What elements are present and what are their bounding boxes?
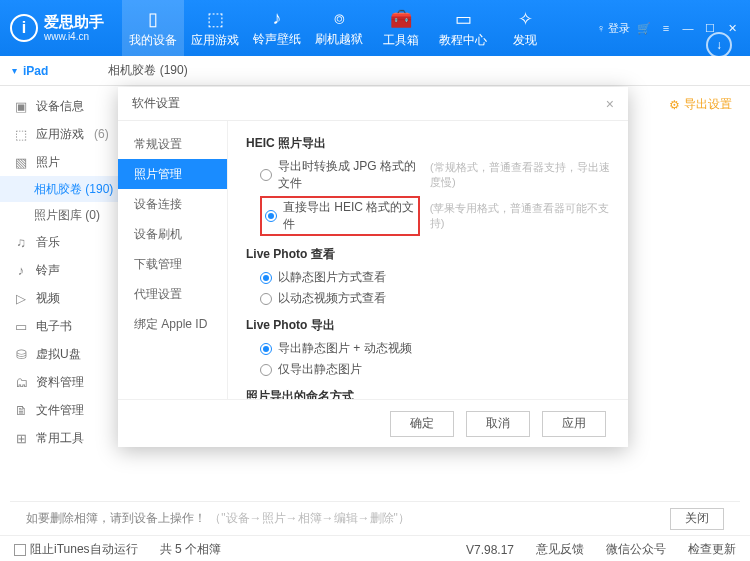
tab-label: 铃声壁纸 — [253, 31, 301, 48]
export-settings-link[interactable]: ⚙ 导出设置 — [669, 96, 732, 113]
option-hint: (苹果专用格式，普通查看器可能不支持) — [430, 201, 610, 231]
radio-icon — [260, 272, 272, 284]
sidebar-label: 资料管理 — [36, 374, 84, 391]
dialog-side-item-0[interactable]: 常规设置 — [118, 129, 227, 159]
hint-path: （"设备→照片→相簿→编辑→删除"） — [209, 511, 410, 525]
sidebar-icon: ▣ — [14, 99, 28, 114]
menu-icon[interactable]: ≡ — [658, 22, 674, 34]
sidebar-icon: ⛁ — [14, 347, 28, 362]
brand-url: www.i4.cn — [44, 31, 104, 42]
device-name[interactable]: iPad — [23, 64, 48, 78]
dialog-side-item-5[interactable]: 代理设置 — [118, 279, 227, 309]
top-tab-0[interactable]: ▯我的设备 — [122, 0, 184, 56]
top-tab-6[interactable]: ✧发现 — [494, 0, 556, 56]
apply-button[interactable]: 应用 — [542, 411, 606, 437]
tab-label: 应用游戏 — [191, 32, 239, 49]
dialog-content: HEIC 照片导出导出时转换成 JPG 格式的文件(常规格式，普通查看器支持，导… — [228, 121, 628, 399]
radio-option[interactable]: 导出时转换成 JPG 格式的文件(常规格式，普通查看器支持，导出速度慢) — [260, 158, 610, 192]
sidebar-icon: ▷ — [14, 291, 28, 306]
sidebar-label: 设备信息 — [36, 98, 84, 115]
breadcrumb: 相机胶卷 (190) — [108, 62, 187, 79]
login-link[interactable]: ♀ 登录 — [597, 21, 630, 36]
minimize-icon[interactable]: — — [680, 22, 696, 34]
sidebar-icon: ▧ — [14, 155, 28, 170]
version-label: V7.98.17 — [466, 543, 514, 557]
tab-icon: ▯ — [148, 8, 158, 30]
gear-icon: ⚙ — [669, 98, 680, 112]
dialog-side-item-2[interactable]: 设备连接 — [118, 189, 227, 219]
sidebar-icon: ♪ — [14, 263, 28, 278]
sub-header: ▾ iPad 相机胶卷 (190) — [0, 56, 750, 86]
top-nav: ▯我的设备⬚应用游戏♪铃声壁纸⌾刷机越狱🧰工具箱▭教程中心✧发现 — [122, 0, 556, 56]
sidebar-label: 音乐 — [36, 234, 60, 251]
radio-option[interactable]: 以动态视频方式查看 — [260, 290, 610, 307]
sidebar-icon: ⊞ — [14, 431, 28, 446]
option-label: 导出静态图片 + 动态视频 — [278, 340, 412, 357]
hint-close-button[interactable]: 关闭 — [670, 508, 724, 530]
dialog-side-item-6[interactable]: 绑定 Apple ID — [118, 309, 227, 339]
dialog-sidebar: 常规设置照片管理设备连接设备刷机下载管理代理设置绑定 Apple ID — [118, 121, 228, 399]
option-label: 导出时转换成 JPG 格式的文件 — [278, 158, 420, 192]
radio-icon — [265, 210, 277, 222]
section-title: HEIC 照片导出 — [246, 135, 610, 152]
tab-icon: ⌾ — [334, 8, 345, 29]
sidebar-label: 视频 — [36, 290, 60, 307]
dialog-side-item-1[interactable]: 照片管理 — [118, 159, 227, 189]
radio-option[interactable]: 仅导出静态图片 — [260, 361, 610, 378]
sidebar-label: 文件管理 — [36, 402, 84, 419]
radio-icon — [260, 169, 272, 181]
cancel-button[interactable]: 取消 — [466, 411, 530, 437]
sidebar-icon: 🗂 — [14, 375, 28, 390]
dialog-close-icon[interactable]: × — [606, 96, 614, 112]
block-itunes-checkbox[interactable]: 阻止iTunes自动运行 — [14, 541, 138, 558]
radio-option[interactable]: 直接导出 HEIC 格式的文件(苹果专用格式，普通查看器可能不支持) — [260, 196, 610, 236]
sidebar-icon: ♫ — [14, 235, 28, 250]
sidebar-label: 铃声 — [36, 262, 60, 279]
radio-option[interactable]: 导出静态图片 + 动态视频 — [260, 340, 610, 357]
top-tab-2[interactable]: ♪铃声壁纸 — [246, 0, 308, 56]
dialog-header: 软件设置 × — [118, 87, 628, 121]
chevron-down-icon[interactable]: ▾ — [12, 65, 17, 76]
option-label: 仅导出静态图片 — [278, 361, 362, 378]
option-hint: (常规格式，普通查看器支持，导出速度慢) — [430, 160, 610, 190]
feedback-link[interactable]: 意见反馈 — [536, 541, 584, 558]
tab-icon: ▭ — [455, 8, 472, 30]
album-count: 共 5 个相簿 — [160, 541, 221, 558]
dialog-side-item-3[interactable]: 设备刷机 — [118, 219, 227, 249]
tab-icon: ⬚ — [207, 8, 224, 30]
tab-label: 刷机越狱 — [315, 31, 363, 48]
sidebar-label: 电子书 — [36, 318, 72, 335]
brand-name: 爱思助手 — [44, 14, 104, 31]
top-tab-3[interactable]: ⌾刷机越狱 — [308, 0, 370, 56]
top-tab-1[interactable]: ⬚应用游戏 — [184, 0, 246, 56]
footer-hint: 如要删除相簿，请到设备上操作！ （"设备→照片→相簿→编辑→删除"） 关闭 — [10, 501, 740, 535]
wechat-link[interactable]: 微信公众号 — [606, 541, 666, 558]
sidebar-icon: 🗎 — [14, 403, 28, 418]
cart-icon[interactable]: 🛒 — [636, 22, 652, 35]
brand: i 爱思助手 www.i4.cn — [10, 14, 104, 42]
status-bar: 阻止iTunes自动运行 共 5 个相簿 V7.98.17 意见反馈 微信公众号… — [0, 535, 750, 561]
dialog-title: 软件设置 — [132, 95, 180, 112]
tab-icon: ✧ — [518, 8, 533, 30]
radio-option[interactable]: 以静态图片方式查看 — [260, 269, 610, 286]
tab-label: 工具箱 — [383, 32, 419, 49]
top-tab-5[interactable]: ▭教程中心 — [432, 0, 494, 56]
tab-icon: ♪ — [273, 8, 282, 29]
tab-icon: 🧰 — [390, 8, 412, 30]
sidebar-label: 应用游戏 — [36, 126, 84, 143]
top-tab-4[interactable]: 🧰工具箱 — [370, 0, 432, 56]
dialog-side-item-4[interactable]: 下载管理 — [118, 249, 227, 279]
titlebar: i 爱思助手 www.i4.cn ▯我的设备⬚应用游戏♪铃声壁纸⌾刷机越狱🧰工具… — [0, 0, 750, 56]
section-title: Live Photo 查看 — [246, 246, 610, 263]
settings-dialog: 软件设置 × 常规设置照片管理设备连接设备刷机下载管理代理设置绑定 Apple … — [118, 87, 628, 447]
hint-text: 如要删除相簿，请到设备上操作！ — [26, 511, 206, 525]
option-label: 以静态图片方式查看 — [278, 269, 386, 286]
close-icon[interactable]: ✕ — [724, 22, 740, 35]
option-label: 直接导出 HEIC 格式的文件 — [283, 199, 415, 233]
option-label: 以动态视频方式查看 — [278, 290, 386, 307]
sidebar-icon: ▭ — [14, 319, 28, 334]
brand-icon: i — [10, 14, 38, 42]
update-link[interactable]: 检查更新 — [688, 541, 736, 558]
download-circle-icon[interactable]: ↓ — [706, 32, 732, 58]
ok-button[interactable]: 确定 — [390, 411, 454, 437]
